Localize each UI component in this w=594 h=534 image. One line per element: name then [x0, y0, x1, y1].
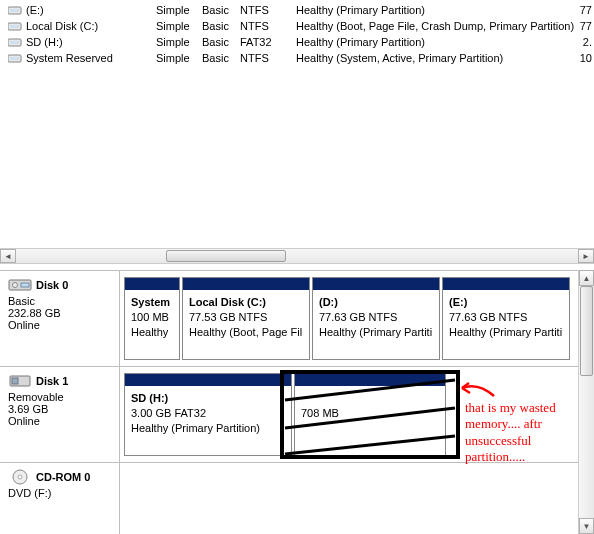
disk-status: Online [8, 415, 111, 427]
disk-partitions: System 100 MB Healthy Local Disk (C:) 77… [120, 271, 594, 366]
disk-type: Removable [8, 391, 111, 403]
volume-fs: NTFS [240, 4, 296, 16]
svg-rect-7 [10, 57, 19, 60]
volume-type: Basic [202, 52, 240, 64]
svg-rect-10 [21, 283, 29, 287]
partition-header [125, 278, 179, 290]
disk-title: Disk 0 [36, 279, 68, 291]
removable-icon [8, 373, 32, 389]
volume-type: Basic [202, 36, 240, 48]
svg-point-14 [18, 475, 22, 479]
volume-layout: Simple [156, 52, 202, 64]
volume-row[interactable]: Local Disk (C:) Simple Basic NTFS Health… [0, 18, 594, 34]
partition-size: 3.00 GB FAT32 [131, 407, 206, 419]
vertical-scrollbar[interactable]: ▲ ▼ [578, 270, 594, 534]
partition-name: System [131, 296, 170, 308]
scroll-right-button[interactable]: ► [578, 249, 594, 263]
drive-icon [8, 36, 22, 48]
disk-partitions: SD (H:) 3.00 GB FAT32 Healthy (Primary P… [120, 367, 594, 462]
partition-name: SD (H:) [131, 392, 168, 404]
disk-status: Online [8, 319, 111, 331]
volume-fs: NTFS [240, 52, 296, 64]
partition[interactable]: SD (H:) 3.00 GB FAT32 Healthy (Primary P… [124, 373, 292, 456]
volume-right: 10 [576, 52, 594, 64]
volume-name: System Reserved [26, 52, 156, 64]
disk-title: Disk 1 [36, 375, 68, 387]
partition-status: Healthy (Primary Partiti [449, 326, 562, 338]
partition-size: 77.63 GB NTFS [319, 311, 397, 323]
partition-status: Healthy (Boot, Page Fil [189, 326, 302, 338]
volume-name: Local Disk (C:) [26, 20, 156, 32]
scroll-track[interactable] [16, 249, 578, 263]
partition-unallocated[interactable]: 708 MB [294, 373, 446, 456]
svg-rect-12 [12, 378, 18, 384]
disk-partitions [120, 463, 594, 534]
volume-right: 77 [576, 20, 594, 32]
svg-rect-1 [10, 9, 19, 12]
disk-info[interactable]: CD-ROM 0 DVD (F:) [0, 463, 120, 534]
drive-icon [8, 20, 22, 32]
volume-type: Basic [202, 20, 240, 32]
volume-right: 2. [576, 36, 594, 48]
partition-header [183, 278, 309, 290]
volume-row[interactable]: (E:) Simple Basic NTFS Healthy (Primary … [0, 2, 594, 18]
scroll-thumb[interactable] [580, 286, 593, 376]
volume-status: Healthy (Boot, Page File, Crash Dump, Pr… [296, 20, 576, 32]
disk-row: CD-ROM 0 DVD (F:) [0, 462, 594, 534]
partition-status: Healthy (Primary Partiti [319, 326, 432, 338]
volume-type: Basic [202, 4, 240, 16]
horizontal-scrollbar[interactable]: ◄ ► [0, 248, 594, 264]
partition-name: (E:) [449, 296, 467, 308]
disk-info[interactable]: Disk 1 Removable 3.69 GB Online [0, 367, 120, 462]
disk-row: Disk 1 Removable 3.69 GB Online SD (H:) … [0, 366, 594, 462]
volume-list: (E:) Simple Basic NTFS Healthy (Primary … [0, 0, 594, 68]
partition-header [295, 374, 445, 386]
volume-status: Healthy (Primary Partition) [296, 36, 576, 48]
scroll-down-button[interactable]: ▼ [579, 518, 594, 534]
partition-header [313, 278, 439, 290]
partition-size: 708 MB [301, 407, 339, 419]
scroll-track[interactable] [579, 286, 594, 518]
volume-fs: FAT32 [240, 36, 296, 48]
volume-row[interactable]: SD (H:) Simple Basic FAT32 Healthy (Prim… [0, 34, 594, 50]
volume-right: 77 [576, 4, 594, 16]
volume-fs: NTFS [240, 20, 296, 32]
partition-size: 77.53 GB NTFS [189, 311, 267, 323]
volume-status: Healthy (Primary Partition) [296, 4, 576, 16]
partition[interactable]: Local Disk (C:) 77.53 GB NTFS Healthy (B… [182, 277, 310, 360]
partition[interactable]: (D:) 77.63 GB NTFS Healthy (Primary Part… [312, 277, 440, 360]
drive-icon [8, 4, 22, 16]
svg-rect-3 [10, 25, 19, 28]
disk-info[interactable]: Disk 0 Basic 232.88 GB Online [0, 271, 120, 366]
scroll-left-button[interactable]: ◄ [0, 249, 16, 263]
scroll-up-button[interactable]: ▲ [579, 270, 594, 286]
disk-capacity: 232.88 GB [8, 307, 111, 319]
partition[interactable]: (E:) 77.63 GB NTFS Healthy (Primary Part… [442, 277, 570, 360]
partition-size: 77.63 GB NTFS [449, 311, 527, 323]
svg-rect-5 [10, 41, 19, 44]
drive-icon [8, 52, 22, 64]
partition-name: Local Disk (C:) [189, 296, 266, 308]
volume-layout: Simple [156, 36, 202, 48]
partition-name: (D:) [319, 296, 338, 308]
volume-layout: Simple [156, 4, 202, 16]
scroll-thumb[interactable] [166, 250, 286, 262]
disk-row: Disk 0 Basic 232.88 GB Online System 100… [0, 270, 594, 366]
disk-title: CD-ROM 0 [36, 471, 90, 483]
disk-type: DVD (F:) [8, 487, 111, 499]
volume-row[interactable]: System Reserved Simple Basic NTFS Health… [0, 50, 594, 66]
disk-type: Basic [8, 295, 111, 307]
volume-layout: Simple [156, 20, 202, 32]
partition-header [443, 278, 569, 290]
partition-status: Healthy [131, 326, 168, 338]
volume-name: SD (H:) [26, 36, 156, 48]
volume-name: (E:) [26, 4, 156, 16]
partition-status: Healthy (Primary Partition) [131, 422, 260, 434]
partition-header [125, 374, 291, 386]
disk-capacity: 3.69 GB [8, 403, 111, 415]
disk-map: Disk 0 Basic 232.88 GB Online System 100… [0, 270, 594, 534]
partition-size: 100 MB [131, 311, 169, 323]
svg-point-9 [13, 283, 18, 288]
volume-status: Healthy (System, Active, Primary Partiti… [296, 52, 576, 64]
partition[interactable]: System 100 MB Healthy [124, 277, 180, 360]
